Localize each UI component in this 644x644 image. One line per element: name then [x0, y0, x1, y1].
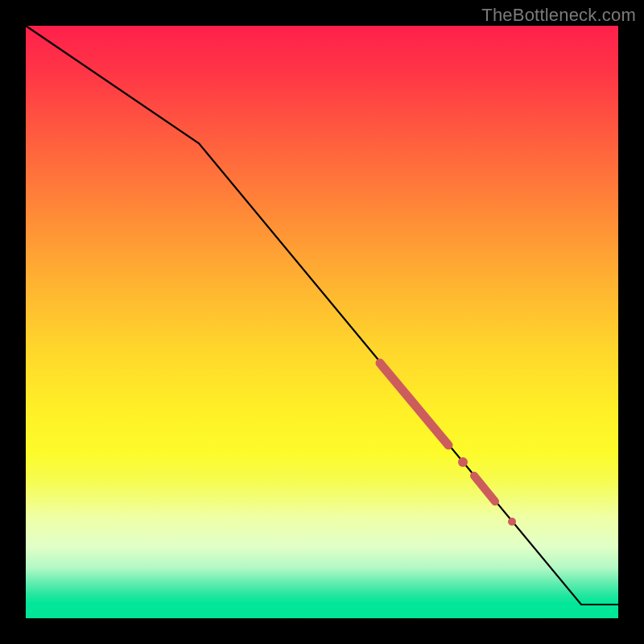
chart-overlay-svg: [26, 26, 618, 618]
chart-frame: TheBottleneck.com: [0, 0, 644, 644]
marker-dot: [508, 518, 516, 526]
bottleneck-curve: [26, 26, 618, 605]
watermark-text: TheBottleneck.com: [481, 5, 636, 26]
marker-segment: [474, 476, 495, 502]
curve-layer: [26, 26, 618, 605]
markers-layer: [380, 363, 516, 526]
marker-dot: [458, 457, 468, 467]
marker-segment: [380, 363, 448, 445]
